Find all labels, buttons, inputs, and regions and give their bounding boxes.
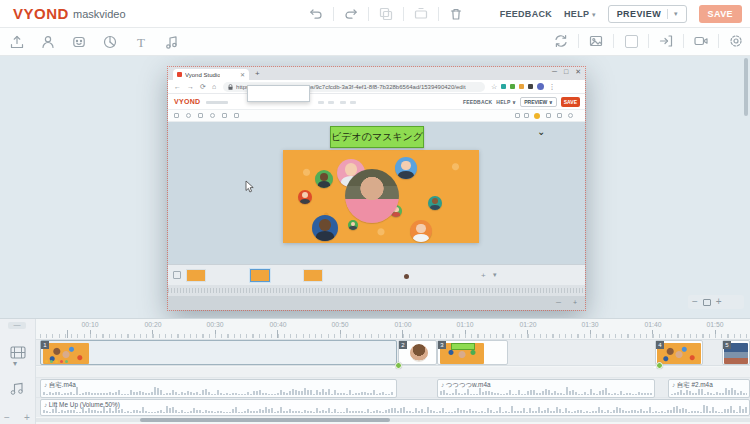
video-clip[interactable]: 4 [655,340,703,365]
timeline-ruler-minor[interactable] [40,334,750,338]
window-controls: ─ □ ✕ [552,68,581,76]
svg-text:T: T [137,35,145,50]
fit-button[interactable] [703,299,711,306]
mini-redo-icon [328,101,334,104]
forward-icon[interactable]: → [187,83,194,90]
browser-tab[interactable]: Vyond Studio ✕ [173,69,249,80]
audio-fade-handle[interactable] [395,362,402,369]
reload-icon[interactable]: ⟳ [200,83,206,91]
close-icon[interactable]: ✕ [575,68,581,76]
video-clip[interactable]: 3 [437,340,508,365]
video-clip[interactable]: 5 [722,340,750,365]
scene-number-badge: 4 [656,341,664,349]
replace-icon[interactable] [413,6,429,22]
music-note-icon: ♪ [44,382,47,389]
waveform [43,386,394,395]
feedback-link[interactable]: FEEDBACK [500,9,552,19]
film-track-icon [10,346,26,359]
avatar-body [392,212,401,217]
ruler-labels: 00:1000:2000:3000:4000:5001:0001:1001:20… [0,320,750,330]
minimize-icon[interactable]: ─ [552,68,557,76]
swap-icon[interactable] [553,33,569,49]
audio-icon[interactable] [163,33,181,51]
camera-icon[interactable] [693,33,709,49]
text-icon[interactable]: T [132,33,150,51]
settings-icon[interactable] [728,33,744,49]
vertical-scrollbar[interactable] [744,58,748,116]
timeline-scrollbar[interactable] [36,418,750,422]
save-button[interactable]: SAVE [699,5,742,23]
character-avatar [395,157,417,179]
timeline-zoom-in[interactable]: + [24,412,30,423]
audio-clip[interactable]: ♪自宅.m4a [40,379,397,398]
mini-settings-icon [568,113,573,118]
stage-canvas[interactable]: − + Vyond Studio ✕ + ─ □ ✕ ← → ⟳ ⌂ [0,56,750,318]
asset-toolbar: T [0,28,750,56]
divider [333,7,334,21]
speech-bubble: ビデオのマスキング ⌄ [330,126,424,148]
browser-window-video-asset[interactable]: Vyond Studio ✕ + ─ □ ✕ ← → ⟳ ⌂ https://a… [168,67,585,310]
redo-icon[interactable] [343,6,359,22]
props-icon[interactable] [70,33,88,51]
upload-icon[interactable] [8,33,26,51]
ruler-label: 01:40 [644,321,661,329]
home-icon[interactable]: ⌂ [212,83,216,90]
close-tab-icon[interactable]: ✕ [240,71,245,78]
browser-tabstrip: Vyond Studio ✕ + ─ □ ✕ [168,67,585,80]
enter-icon[interactable] [658,33,674,49]
chart-icon[interactable] [101,33,119,51]
divider [648,34,649,48]
expand-track-chevron[interactable]: ▾ [13,359,17,368]
preview-button[interactable]: PREVIEW ▾ [608,5,687,23]
audio-clip[interactable]: ♪つつつつw.m4a [437,379,655,398]
video-clip[interactable]: 2 [398,340,437,365]
audio-fade-handle[interactable] [656,362,663,369]
browser-profile-avatar[interactable] [537,83,544,90]
video-clip[interactable]: 1 [40,340,397,365]
zoom-out-button[interactable]: − [692,297,698,307]
divider [403,7,404,21]
extension-icon[interactable] [501,84,506,89]
browser-menu-icon[interactable]: ⋮ [548,83,555,91]
ruler-label: 00:40 [269,321,286,329]
timeline-scrollbar-thumb[interactable] [140,418,390,422]
mini-copy-icon [340,101,346,104]
character-icon[interactable] [39,33,57,51]
waveform [43,404,747,413]
top-bar: VYOND maskvideo FEEDBACK HELP ▾ PREVIEW … [0,0,750,28]
mini-scene-popup [247,85,310,102]
music-clip[interactable]: ♪Lift Me Up (Volume 50%) [40,399,750,416]
timeline-collapse-button[interactable]: — [8,322,26,329]
audio-clip-label: ♪自宅.m4a [44,381,76,390]
undo-icon[interactable] [308,6,324,22]
extension-icon[interactable] [528,84,533,89]
stage-toolbar-right [553,33,744,49]
divider [718,34,719,48]
extension-icon[interactable] [519,84,524,89]
duplicate-icon[interactable] [378,6,394,22]
extension-icon[interactable] [510,84,515,89]
stage-zoom-controls: − + [688,295,744,309]
new-tab-button[interactable]: + [255,69,260,78]
chevron-down-icon[interactable]: ▾ [674,10,678,18]
avatar-body [300,199,310,204]
bookmark-star-icon[interactable]: ☆ [491,83,497,91]
audio-clip[interactable]: ♪自宅 #2.m4a [668,379,750,398]
mini-vyond-toolbar [168,110,585,122]
character-avatar [298,190,312,204]
audio-clip-label: ♪自宅 #2.m4a [672,381,713,390]
help-menu[interactable]: HELP ▾ [564,9,596,19]
trash-icon[interactable] [448,6,464,22]
zoom-in-button[interactable]: + [716,297,722,307]
avatar-body [318,181,331,188]
music-note-icon: ♪ [44,401,47,408]
color-swatch-icon[interactable] [623,33,639,49]
avatar-body [316,231,335,241]
mini-image-icon [524,113,529,118]
image-icon[interactable] [588,33,604,49]
maximize-icon[interactable]: □ [564,68,568,76]
timeline-zoom-out[interactable]: − [4,412,10,423]
music-note-icon: ♪ [672,382,675,389]
back-icon[interactable]: ← [174,83,181,90]
mini-stage: ビデオのマスキング ⌄ [168,122,585,264]
